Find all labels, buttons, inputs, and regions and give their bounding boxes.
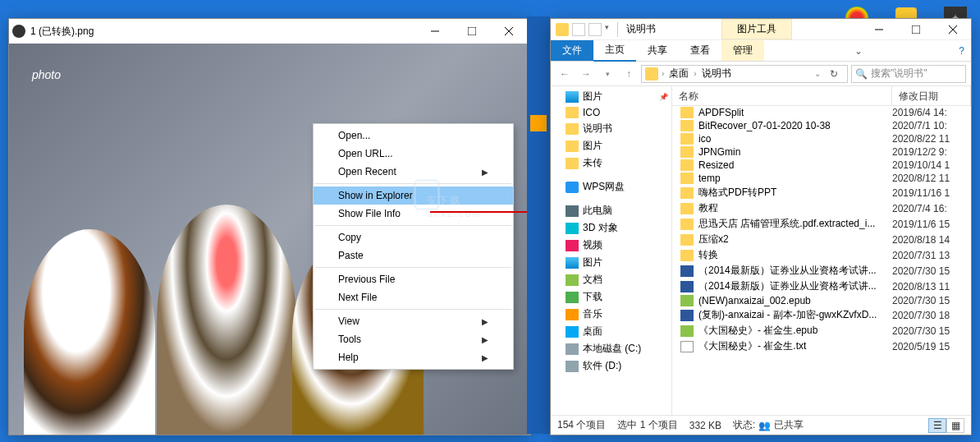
folder-icon: [566, 91, 579, 103]
refresh-button[interactable]: ↻: [824, 68, 844, 80]
nav-item[interactable]: 桌面: [551, 323, 671, 340]
qat-button[interactable]: [588, 23, 602, 36]
ribbon-tab-share[interactable]: 共享: [636, 40, 679, 61]
nav-item[interactable]: 视频: [551, 237, 671, 254]
breadcrumb-sep-icon[interactable]: ›: [662, 69, 664, 78]
file-row[interactable]: 嗨格式PDF转PPT2019/11/16 1: [672, 185, 971, 200]
close-button[interactable]: [490, 20, 527, 43]
column-header-date[interactable]: 修改日期: [892, 86, 971, 105]
nav-item[interactable]: WPS网盘: [551, 178, 671, 196]
nav-item[interactable]: 本地磁盘 (C:): [551, 340, 671, 357]
file-name: （2014最新版）证券业从业资格考试讲...: [698, 264, 892, 278]
ribbon-tab-home[interactable]: 主页: [593, 39, 636, 62]
help-icon[interactable]: ?: [952, 45, 971, 57]
file-row[interactable]: APDFSplit2019/6/4 14:: [672, 106, 971, 119]
menu-item-tools[interactable]: Tools▶: [314, 330, 513, 348]
menu-item-open-url-[interactable]: Open URL...: [314, 145, 513, 163]
nav-item[interactable]: 说明书: [551, 120, 671, 137]
file-name: (NEW)anxaizai_002.epub: [698, 295, 892, 306]
explorer-titlebar[interactable]: ▾ 说明书 图片工具: [551, 19, 971, 40]
minimize-button[interactable]: [860, 18, 897, 41]
file-date: 2019/12/2 9:: [892, 146, 971, 158]
file-name: 教程: [698, 201, 892, 215]
breadcrumb-sep-icon[interactable]: ›: [694, 69, 696, 78]
breadcrumb-folder[interactable]: 说明书: [700, 67, 733, 81]
recent-dropdown-icon[interactable]: ▾: [598, 65, 616, 83]
back-button[interactable]: ←: [556, 65, 574, 83]
nav-item[interactable]: 图片: [551, 137, 671, 154]
minimize-button[interactable]: [416, 20, 453, 43]
nav-item[interactable]: 图片: [551, 254, 671, 271]
qat-dropdown-icon[interactable]: ▾: [605, 23, 609, 36]
nav-item[interactable]: 音乐: [551, 306, 671, 323]
menu-item-open-[interactable]: Open...: [314, 127, 513, 145]
view-details-button[interactable]: ☰: [928, 418, 946, 433]
nav-item[interactable]: 图片: [551, 88, 671, 105]
qat-button[interactable]: [572, 23, 585, 36]
nav-item[interactable]: 软件 (D:): [551, 357, 671, 375]
ribbon-tab-manage[interactable]: 管理: [721, 40, 764, 61]
menu-item-help[interactable]: Help▶: [314, 348, 513, 366]
address-dropdown-icon[interactable]: ⌄: [814, 69, 821, 78]
file-row[interactable]: BitRecover_07-01-2020 10-382020/7/1 10:: [672, 119, 971, 132]
nav-item[interactable]: ICO: [551, 105, 671, 120]
file-date: 2020/7/30 15: [892, 295, 971, 306]
file-row[interactable]: （2014最新版）证券业从业资格考试讲...2020/8/13 11: [672, 279, 971, 294]
column-header-name[interactable]: 名称: [672, 86, 892, 105]
maximize-button[interactable]: [897, 18, 934, 41]
folder-icon: [680, 146, 694, 158]
search-input[interactable]: 🔍 搜索"说明书": [851, 65, 966, 83]
menu-item-previous-file[interactable]: Previous File: [314, 270, 513, 288]
ribbon-tab-view[interactable]: 查看: [679, 40, 721, 61]
file-row[interactable]: temp2020/8/12 11: [672, 172, 971, 185]
file-row[interactable]: ico2020/8/22 11: [672, 132, 971, 145]
nav-item-label: WPS网盘: [583, 180, 625, 194]
file-date: 2019/10/14 1: [892, 159, 971, 171]
file-row[interactable]: 思迅天店 店铺管理系统.pdf.extracted_i...2019/11/6 …: [672, 216, 971, 232]
file-row[interactable]: (NEW)anxaizai_002.epub2020/7/30 15: [672, 294, 971, 307]
close-icon: [949, 25, 957, 34]
nav-item[interactable]: 下载: [551, 288, 671, 306]
close-button[interactable]: [934, 18, 971, 41]
word-icon: [680, 310, 694, 321]
file-name: ico: [698, 133, 892, 145]
ribbon-expand-icon[interactable]: ⌄: [848, 45, 869, 57]
file-row[interactable]: Resized2019/10/14 1: [672, 159, 971, 172]
nav-item-label: ICO: [583, 107, 600, 118]
status-shared: 已共享: [774, 418, 804, 432]
forward-button[interactable]: →: [577, 65, 595, 83]
file-row[interactable]: JPNGmin2019/12/2 9:: [672, 145, 971, 159]
file-list[interactable]: APDFSplit2019/6/4 14:BitRecover_07-01-20…: [672, 106, 971, 415]
up-button[interactable]: ↑: [620, 65, 638, 83]
nav-item[interactable]: 文档: [551, 271, 671, 288]
file-name: 思迅天店 店铺管理系统.pdf.extracted_i...: [698, 217, 892, 231]
ribbon-tab-file[interactable]: 文件: [551, 40, 593, 61]
file-row[interactable]: (复制)-anxaizai - 副本-加密-gwxKZvfxD...2020/7…: [672, 307, 971, 323]
file-row[interactable]: 《大国秘史》- 崔金生.txt2020/5/19 15: [672, 338, 971, 354]
nav-item[interactable]: 此电脑: [551, 202, 671, 219]
file-row[interactable]: 教程2020/7/4 16:: [672, 200, 971, 216]
menu-item-open-recent[interactable]: Open Recent▶: [314, 163, 513, 181]
maximize-button[interactable]: [453, 20, 490, 43]
menu-item-paste[interactable]: Paste: [314, 246, 513, 265]
folder-icon: [680, 133, 694, 145]
nav-item[interactable]: 3D 对象: [551, 219, 671, 237]
file-row[interactable]: 压缩x22020/8/18 14: [672, 232, 971, 247]
navigation-pane[interactable]: 图片ICO说明书图片未传WPS网盘此电脑3D 对象视频图片文档下载音乐桌面本地磁…: [551, 86, 672, 415]
address-input[interactable]: › 桌面 › 说明书 ⌄ ↻: [641, 65, 848, 83]
breadcrumb-desktop[interactable]: 桌面: [667, 67, 690, 81]
svg-rect-1: [468, 27, 476, 35]
picture-tools-tab[interactable]: 图片工具: [721, 19, 792, 39]
viewer-titlebar[interactable]: 1 (已转换).png: [9, 19, 530, 44]
file-row[interactable]: 《大国秘史》- 崔金生.epub2020/7/30 15: [672, 323, 971, 338]
file-row[interactable]: 转换2020/7/31 13: [672, 247, 971, 263]
menu-item-view[interactable]: View▶: [314, 312, 513, 330]
folder-icon: [566, 182, 579, 193]
view-icons-button[interactable]: ▦: [946, 418, 964, 433]
menu-item-copy[interactable]: Copy: [314, 228, 513, 246]
nav-item[interactable]: 未传: [551, 154, 671, 172]
file-row[interactable]: （2014最新版）证券业从业资格考试讲...2020/7/30 15: [672, 263, 971, 279]
task-tile[interactable]: [530, 115, 547, 131]
folder-icon: [680, 120, 694, 131]
menu-item-next-file[interactable]: Next File: [314, 288, 513, 306]
